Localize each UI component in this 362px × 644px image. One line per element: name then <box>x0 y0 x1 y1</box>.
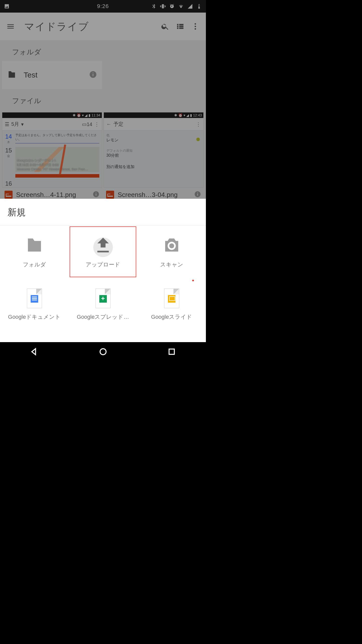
sheets-file-icon <box>96 289 111 308</box>
recent-apps-button[interactable] <box>167 347 176 357</box>
google-slides-option[interactable]: Googleスライド <box>137 278 206 331</box>
upload-option[interactable]: アップロード <box>69 225 137 278</box>
scrim-overlay[interactable] <box>0 0 206 219</box>
slides-file-icon <box>164 289 179 308</box>
back-button[interactable] <box>30 347 39 357</box>
svg-point-12 <box>100 349 106 355</box>
create-folder-option[interactable]: フォルダ <box>0 225 69 278</box>
folder-icon <box>25 235 44 256</box>
docs-file-icon <box>27 289 42 308</box>
svg-rect-13 <box>169 349 174 354</box>
new-item-bottom-sheet: 新規 フォルダ アップロード スキャン Googleドキュメント Googl <box>0 199 206 342</box>
sheet-title: 新規 <box>0 199 206 225</box>
camera-icon <box>162 235 182 256</box>
google-docs-option[interactable]: Googleドキュメント <box>0 278 69 331</box>
home-button[interactable] <box>99 347 108 357</box>
google-sheets-option[interactable]: Googleスプレッド… <box>69 278 137 331</box>
upload-icon <box>93 235 113 256</box>
android-nav-bar <box>0 342 206 362</box>
scan-option[interactable]: スキャン <box>137 225 206 278</box>
red-dot-badge <box>192 280 194 281</box>
